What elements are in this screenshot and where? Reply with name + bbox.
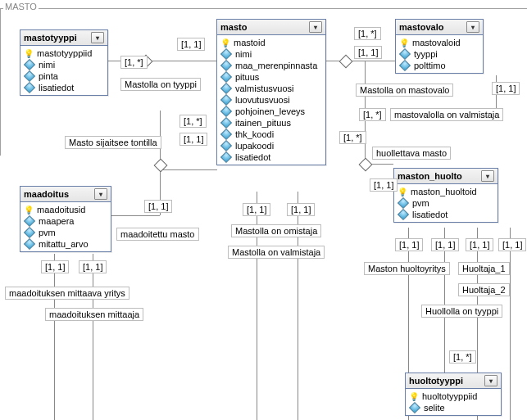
field-icon [220,71,232,83]
chevron-down-icon[interactable]: ▾ [309,21,322,33]
entity-maadoitus[interactable]: maadoitus ▾ 💡maadoitusid maapera pvm mit… [20,186,111,252]
attr-name: mastotyyppiid [37,48,92,58]
relation-label: Maston huoltoyritys [364,262,450,275]
entity-header[interactable]: huoltotyyppi ▾ [406,373,501,389]
attr-name: pvm [39,228,56,237]
attr-name: lisatiedot [412,210,447,219]
attr-name: mastovaloid [412,38,461,47]
attr-row: valmistusvuosi [217,83,325,94]
attr-row: polttimo [396,60,483,71]
attr-name: itainen_pituus [235,118,291,128]
entity-mastovalo[interactable]: mastovalo ▾ 💡mastovaloid tyyppi polttimo [395,19,484,74]
chevron-down-icon[interactable]: ▾ [481,170,494,182]
field-icon [24,59,35,70]
relation-label: Huoltaja_2 [458,283,510,296]
line [325,61,395,61]
attr-row: lisatiedot [217,151,325,163]
attr-row: lupakoodi [217,140,325,151]
field-icon [399,60,411,71]
field-icon [24,82,35,93]
attr-row: nimi [217,48,325,60]
key-icon: 💡 [24,49,34,58]
attr-row: pvm [20,227,111,238]
attr-row: lisatiedot [394,209,497,220]
attr-row: mitattu_arvo [20,238,111,250]
line [93,254,93,420]
field-icon [220,60,232,71]
attr-row: 💡huoltotyyppiid [406,391,501,402]
relation-label: maadoitettu masto [116,228,199,241]
line [111,215,160,216]
field-icon [220,106,232,117]
entity-header[interactable]: mastotyyppi ▾ [20,30,107,46]
attr-row: 💡mastotyyppiid [20,47,107,59]
attr-row: tyyppi [396,48,483,60]
attr-name: nimi [39,60,55,70]
entity-title: mastotyyppi [24,33,77,43]
cardinality: [1, *] [449,350,476,364]
attr-row: pinta [20,70,107,82]
cardinality: [1, *] [359,108,386,121]
field-icon [220,151,232,163]
attr-name: maadoitusid [37,205,85,215]
line [54,254,55,420]
entity-header[interactable]: maston_huolto ▾ [394,169,497,184]
attr-row: maapera [20,215,111,227]
attr-name: lisatiedot [39,83,74,93]
chevron-down-icon[interactable]: ▾ [466,21,479,33]
entity-header[interactable]: masto ▾ [217,20,325,35]
line [160,169,217,170]
attr-name: luovutusvuosi [235,95,290,105]
cardinality: [1, *] [339,131,366,144]
attr-name: pinta [39,71,58,81]
entity-header[interactable]: maadoitus ▾ [20,187,111,202]
attr-row: thk_koodi [217,129,325,140]
attr-row: 💡mastovaloid [396,37,483,48]
relation-label: Huoltaja_1 [458,262,510,275]
relation-label: Masto sijaitsee tontilla [65,136,161,149]
entity-header[interactable]: mastovalo ▾ [396,20,483,35]
cardinality: [1, *] [120,56,148,69]
key-icon: 💡 [409,392,419,401]
attr-row: pvm [394,197,497,209]
entity-masto[interactable]: masto ▾ 💡mastoid nimi maa_merenpinnasta … [216,19,326,165]
field-icon [220,140,232,151]
attr-row: selite [406,402,501,413]
attr-row: maa_merenpinnasta [217,60,325,71]
entity-mastotyyppi[interactable]: mastotyyppi ▾ 💡mastotyyppiid nimi pinta … [20,29,108,96]
entity-attrs: 💡maston_huoltoid pvm lisatiedot [394,184,497,222]
attr-name: nimi [235,49,252,59]
relation-label: Mastolla on tyyppi [120,78,201,91]
field-icon [24,215,35,227]
attr-name: selite [424,403,445,413]
attr-name: tyyppi [414,49,438,59]
entity-maston-huolto[interactable]: maston_huolto ▾ 💡maston_huoltoid pvm lis… [393,168,498,223]
attr-row: 💡maston_huoltoid [394,186,497,197]
attr-name: valmistusvuosi [235,84,294,93]
field-icon [24,238,35,250]
cardinality: [1, 1] [354,46,382,59]
attr-row: 💡mastoid [217,37,325,48]
field-icon [409,402,420,413]
entity-title: maston_huolto [398,171,462,181]
entity-attrs: 💡huoltotyyppiid selite [406,389,501,415]
relation-label: maadoituksen mittaaja [45,308,143,321]
field-icon [399,48,411,60]
chevron-down-icon[interactable]: ▾ [91,32,104,43]
key-icon: 💡 [398,187,407,196]
attr-name: lupakoodi [235,141,274,151]
relation-label: Mastolla on omistaja [231,224,321,237]
field-icon [220,117,232,129]
attr-row: lisatiedot [20,82,107,93]
relation-label: huollettava masto [372,147,451,160]
entity-huoltotyyppi[interactable]: huoltotyyppi ▾ 💡huoltotyyppiid selite [405,373,502,416]
attr-row: luovutusvuosi [217,94,325,106]
entity-title: maadoitus [24,189,69,199]
attr-name: lisatiedot [235,152,270,162]
chevron-down-icon[interactable]: ▾ [484,375,497,386]
chevron-down-icon[interactable]: ▾ [94,188,107,200]
relation-label: Mastolla on mastovalo [356,84,453,97]
er-diagram-canvas: MASTO mastotyyppi ▾ 💡mastotyyppiid nimi … [0,0,527,420]
relation-label: mastovalolla on valmistaja [390,108,503,121]
attr-name: pvm [412,198,429,208]
